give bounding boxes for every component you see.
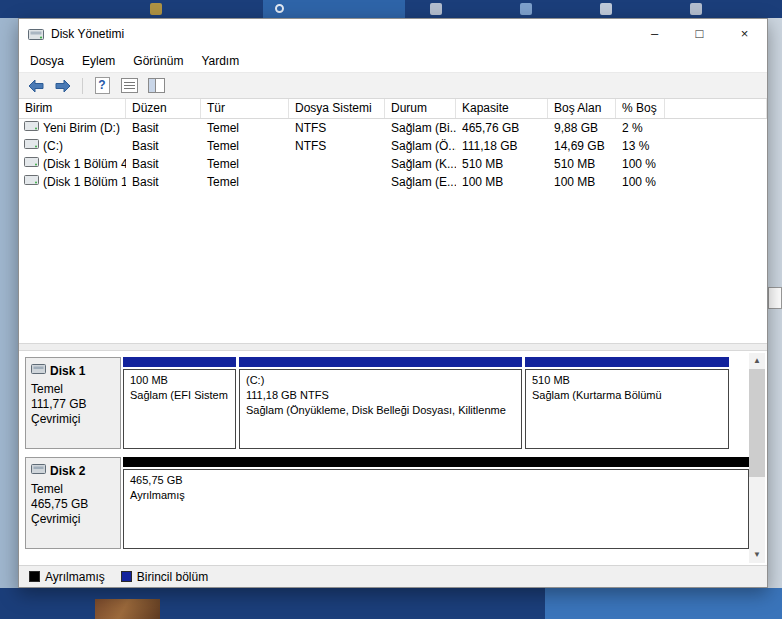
partition-status: Sağlam (EFI Sistem: [130, 388, 229, 403]
menu-gorunum[interactable]: Görünüm: [124, 51, 192, 71]
partition-color-strip: [525, 357, 729, 367]
volume-free: 14,69 GB: [548, 137, 616, 155]
menu-eylem[interactable]: Eylem: [73, 51, 124, 71]
disk-management-window: Disk Yönetimi – □ × Dosya Eylem Görünüm …: [18, 18, 768, 588]
taskbar-search-tile[interactable]: [263, 0, 405, 18]
background-window-fragment: [768, 18, 782, 588]
toolbar: ?: [19, 72, 767, 99]
volume-layout: Basit: [126, 155, 201, 173]
menubar: Dosya Eylem Görünüm Yardım: [19, 49, 767, 72]
volume-type: Temel: [201, 137, 289, 155]
disk-name: Disk 1: [50, 364, 85, 379]
back-icon[interactable]: [26, 76, 46, 96]
volume-status: Sağlam (K...: [385, 155, 456, 173]
column-header-dosya-sistemi[interactable]: Dosya Sistemi: [289, 99, 385, 118]
partition-size: 100 MB: [130, 373, 229, 388]
graphical-view-icon[interactable]: [146, 76, 166, 96]
disk-icon: [31, 363, 46, 379]
volume-free: 510 MB: [548, 155, 616, 173]
taskbar-app-icon[interactable]: [150, 3, 162, 15]
volume-fs: [289, 173, 385, 191]
scrollbar-thumb[interactable]: [749, 369, 765, 477]
maximize-button[interactable]: □: [677, 19, 722, 49]
taskbar-app-icon[interactable]: [430, 3, 442, 15]
disk2-info-panel[interactable]: Disk 2 Temel 465,75 GB Çevrimiçi: [25, 457, 121, 549]
disk-type: Temel: [31, 382, 116, 397]
volume-pct-free: 100 %: [616, 173, 665, 191]
menu-dosya[interactable]: Dosya: [21, 51, 73, 71]
volume-icon: [24, 137, 39, 155]
pane-splitter[interactable]: [19, 343, 767, 351]
toolbar-separator: [82, 78, 83, 94]
column-header-kapasite[interactable]: Kapasite: [456, 99, 548, 118]
disk1-info-panel[interactable]: Disk 1 Temel 111,77 GB Çevrimiçi: [25, 357, 121, 449]
taskbar-app-icon[interactable]: [600, 3, 612, 15]
disk-status: Çevrimiçi: [31, 512, 116, 527]
scroll-up-icon[interactable]: ▲: [749, 353, 765, 369]
volume-layout: Basit: [126, 137, 201, 155]
volume-name: (Disk 1 Bölüm 4): [43, 155, 126, 173]
background-window-fragment: [545, 588, 782, 619]
disk-size: 465,75 GB: [31, 497, 116, 512]
table-row[interactable]: (Disk 1 Bölüm 1) Basit Temel Sağlam (E..…: [19, 173, 767, 191]
volume-capacity: 510 MB: [456, 155, 548, 173]
partition-efi[interactable]: 100 MB Sağlam (EFI Sistem: [123, 357, 236, 449]
column-header-birim[interactable]: Birim: [19, 99, 126, 118]
legend-label-unallocated: Ayrılmamış: [45, 570, 105, 584]
disk-size: 111,77 GB: [31, 397, 116, 412]
graphical-view: Disk 1 Temel 111,77 GB Çevrimiçi 100 MB …: [19, 351, 767, 565]
taskbar-app-icon[interactable]: [520, 3, 532, 15]
table-row[interactable]: Yeni Birim (D:) Basit Temel NTFS Sağlam …: [19, 119, 767, 137]
partition-recovery[interactable]: 510 MB Sağlam (Kurtarma Bölümü: [525, 357, 729, 449]
close-button[interactable]: ×: [722, 19, 767, 49]
volume-icon: [24, 173, 39, 191]
menu-yardim[interactable]: Yardım: [192, 51, 248, 71]
volume-icon: [24, 119, 39, 137]
volume-status: Sağlam (Bi...: [385, 119, 456, 137]
volume-capacity: 111,18 GB: [456, 137, 548, 155]
table-row[interactable]: (C:) Basit Temel NTFS Sağlam (Ö... 111,1…: [19, 137, 767, 155]
taskbar-app-icon[interactable]: [690, 3, 702, 15]
disk-type: Temel: [31, 482, 116, 497]
volume-free: 100 MB: [548, 173, 616, 191]
search-icon: [275, 4, 284, 13]
column-header-duzen[interactable]: Düzen: [126, 99, 201, 118]
volume-name: (C:): [43, 137, 63, 155]
partition-status: Sağlam (Kurtarma Bölümü: [532, 388, 722, 403]
volume-fs: [289, 155, 385, 173]
volume-pct-free: 2 %: [616, 119, 665, 137]
volume-list: Birim Düzen Tür Dosya Sistemi Durum Kapa…: [19, 99, 767, 343]
partition-color-strip: [123, 457, 749, 467]
volume-name: (Disk 1 Bölüm 1): [43, 173, 126, 191]
column-header-pct-bos[interactable]: % Boş: [616, 99, 665, 118]
column-header-tur[interactable]: Tür: [201, 99, 289, 118]
volume-free: 9,88 GB: [548, 119, 616, 137]
disk-icon: [31, 463, 46, 479]
taskbar-top[interactable]: [0, 0, 782, 18]
column-header-bos-alan[interactable]: Boş Alan: [548, 99, 616, 118]
partition-c[interactable]: (C:) 111,18 GB NTFS Sağlam (Önyükleme, D…: [239, 357, 522, 449]
partition-label: (C:): [246, 373, 515, 388]
list-view-icon[interactable]: [119, 76, 139, 96]
partition-unallocated[interactable]: 465,75 GB Ayrılmamış: [123, 457, 749, 549]
scroll-down-icon[interactable]: ▼: [749, 547, 765, 563]
volume-capacity: 100 MB: [456, 173, 548, 191]
vertical-scrollbar[interactable]: ▲ ▼: [749, 353, 765, 563]
table-row[interactable]: (Disk 1 Bölüm 4) Basit Temel Sağlam (K..…: [19, 155, 767, 173]
partition-color-strip: [239, 357, 522, 367]
disk-management-icon: [28, 28, 44, 41]
disk-name: Disk 2: [50, 464, 85, 479]
help-icon[interactable]: ?: [92, 76, 112, 96]
column-header-durum[interactable]: Durum: [385, 99, 456, 118]
forward-icon[interactable]: [53, 76, 73, 96]
volume-fs: NTFS: [289, 137, 385, 155]
legend-bar: Ayrılmamış Birincil bölüm: [19, 565, 767, 587]
desktop-image-fragment: [95, 599, 160, 619]
disk-row: Disk 2 Temel 465,75 GB Çevrimiçi 465,75 …: [25, 457, 767, 549]
disk-status: Çevrimiçi: [31, 412, 116, 427]
volume-layout: Basit: [126, 173, 201, 191]
taskbar-bottom[interactable]: [0, 588, 782, 619]
minimize-button[interactable]: –: [632, 19, 677, 49]
partition-status: Ayrılmamış: [130, 488, 742, 503]
titlebar[interactable]: Disk Yönetimi – □ ×: [19, 19, 767, 49]
